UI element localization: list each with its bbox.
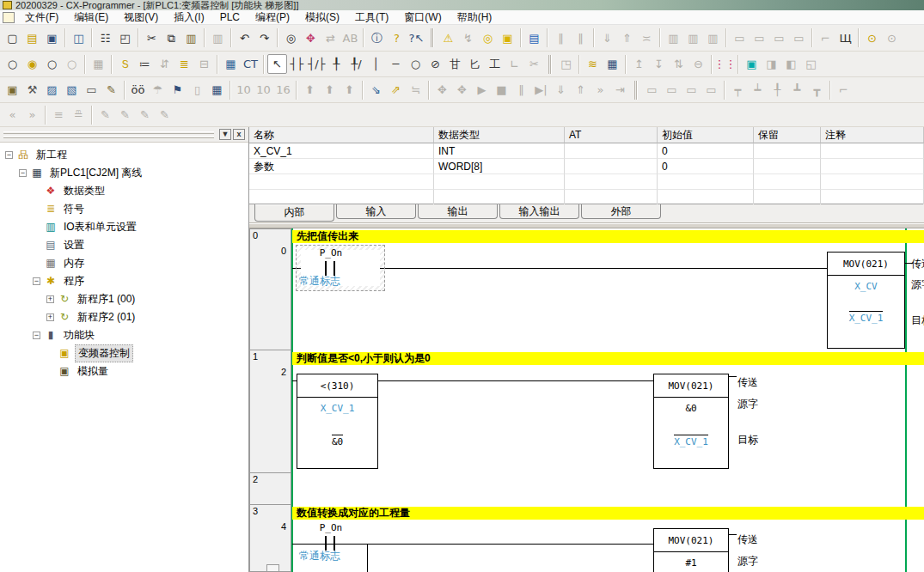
table-cell[interactable] [249, 174, 434, 190]
menu-9[interactable]: 窗口(W) [396, 11, 449, 23]
time-chart-monitor-button[interactable]: Щ [835, 28, 855, 48]
tree-item-label[interactable]: 变频器控制 [75, 344, 133, 362]
table-cell[interactable]: WORD[8] [434, 159, 565, 174]
rung1-mov-block[interactable]: MOV(021) &0 X_CV_1 [653, 374, 729, 469]
table-cell[interactable] [754, 159, 821, 174]
column-header-4[interactable]: 初始值 [658, 127, 754, 143]
table-cell[interactable] [821, 159, 924, 174]
menu-7[interactable]: 模拟(S) [297, 11, 347, 23]
instruction-box-button[interactable]: 甘 [445, 54, 465, 74]
tree-item-label[interactable]: 设置 [61, 237, 87, 253]
zoom-tool-button[interactable]: ○ [3, 54, 22, 74]
table-row[interactable]: X_CV_1INT0 [249, 143, 924, 159]
table-cell[interactable] [821, 143, 924, 159]
rung0-comment[interactable]: 先把值传出来 [292, 230, 924, 243]
find-settings-button[interactable]: ✥ [301, 28, 321, 48]
table-row[interactable] [249, 174, 924, 190]
collapse-icon[interactable]: − [5, 151, 13, 159]
table-cell[interactable]: INT [434, 143, 565, 159]
rung3-mov-operand1[interactable]: #1 [654, 557, 728, 569]
tree-item-function-blocks[interactable]: −▮功能块 [0, 326, 248, 344]
rung0-contact-symbol[interactable]: 常通标志 [299, 274, 340, 289]
horizontal-line-button[interactable]: ─ [386, 54, 406, 74]
rung0-margin[interactable]: 0 0 [249, 228, 291, 350]
rung3-contact-label[interactable]: P_On [299, 522, 363, 533]
table-cell[interactable] [565, 143, 658, 159]
tree-item-symbols[interactable]: ≣符号 [0, 200, 248, 218]
collapse-icon[interactable]: − [33, 277, 40, 285]
coil-button[interactable]: ○ [406, 54, 425, 74]
rung0-contact-label[interactable]: P_On [299, 247, 363, 259]
tree-item-label[interactable]: 程序 [61, 273, 87, 289]
tree-item-memory[interactable]: ▦内存 [0, 254, 248, 272]
hscroll-fragment[interactable] [266, 564, 279, 572]
table-cell[interactable] [754, 190, 821, 205]
ladder-editor[interactable]: 0 0 1 2 2 3 4 先把值传出来 P_On [249, 228, 924, 572]
column-header-2[interactable]: 数据类型 [434, 127, 565, 143]
paste-button[interactable]: ▥ [181, 28, 201, 48]
window-output-button[interactable]: ⚒ [22, 80, 42, 100]
tree-item-label[interactable]: IO表和单元设置 [61, 219, 139, 235]
table-cell[interactable]: 0 [658, 143, 754, 159]
tab-内部[interactable]: 内部 [254, 204, 334, 222]
fb-invocation-button[interactable]: ⼔ [465, 54, 485, 74]
transfer-check-button[interactable]: ▣ [498, 28, 517, 48]
rung3-comment[interactable]: 数值转换成对应的工程量 [292, 507, 924, 520]
tab-输入输出[interactable]: 输入输出 [499, 204, 579, 219]
menu-8[interactable]: 工具(T) [347, 11, 396, 23]
title-bar[interactable]: 20200329 - CX-Programmer - [新PLC1:变频器控制 … [0, 0, 924, 10]
tree-item-settings[interactable]: ▤设置 [0, 236, 248, 254]
menu-3[interactable]: 视图(V) [116, 11, 166, 23]
table-cell[interactable] [658, 190, 754, 205]
tree-item-program[interactable]: +↻新程序1 (00) [0, 290, 248, 308]
print-setup-button[interactable]: ◫ [69, 28, 89, 48]
show-comment-list-button[interactable]: ≔ [135, 54, 155, 74]
tree-item-programs[interactable]: −✱程序 [0, 272, 248, 290]
table-cell[interactable] [565, 159, 658, 174]
tree-item-plc[interactable]: −▦新PLC1[CJ2M] 离线 [0, 164, 248, 182]
binary-view-button[interactable]: ▦ [207, 80, 227, 100]
save-button[interactable]: ▣ [42, 28, 62, 48]
help-button[interactable]: ? [387, 28, 407, 48]
window-watch-button[interactable]: ▨ [42, 80, 62, 100]
compile-all-button[interactable]: ▦ [603, 54, 622, 74]
rung2-margin[interactable]: 2 [249, 472, 291, 505]
menu-10[interactable]: 帮助(H) [450, 11, 500, 23]
tree-item-label[interactable]: 数据类型 [61, 183, 107, 199]
contact-nc-button[interactable]: ┤/├ [307, 54, 327, 74]
properties-info-button[interactable]: ⓘ [367, 28, 387, 48]
window-project-button[interactable]: ▣ [3, 80, 22, 100]
coil-closed-button[interactable]: ⊘ [425, 54, 445, 74]
window-cross-reference-button[interactable]: ▧ [62, 80, 82, 100]
rung1-compare-operand1[interactable]: X_CV_1 [297, 403, 377, 414]
expand-icon[interactable]: + [46, 295, 54, 303]
tree-item-label[interactable]: 符号 [61, 201, 87, 217]
rung0-mov-operand1[interactable]: X_CV [828, 281, 904, 292]
tree-item-label[interactable]: 内存 [61, 255, 87, 271]
table-cell[interactable] [821, 174, 924, 190]
table-cell[interactable] [434, 174, 565, 190]
force-on-button[interactable]: ⊙ [862, 28, 882, 48]
rung3-mov-block[interactable]: MOV(021) #1 [653, 528, 729, 572]
tab-输出[interactable]: 输出 [418, 204, 498, 219]
tree-item-fb-ladder[interactable]: ▣变频器控制 [0, 344, 248, 362]
fb-ladder-view-button[interactable]: ▣ [742, 54, 762, 74]
panel-menu-button[interactable]: ▼ [219, 129, 231, 140]
new-button[interactable]: ▢ [3, 28, 22, 48]
table-row[interactable] [249, 190, 924, 205]
compile-button[interactable]: ≋ [583, 54, 603, 74]
table-cell[interactable] [434, 190, 565, 205]
tab-外部[interactable]: 外部 [581, 204, 661, 219]
program-download-button[interactable]: ⇘ [366, 80, 386, 100]
comment-dialog-button[interactable]: ≣ [174, 54, 194, 74]
table-cell[interactable]: X_CV_1 [249, 143, 434, 159]
table-cell[interactable] [821, 190, 924, 205]
rung1-compare-block[interactable]: <(310) X_CV_1 &0 [297, 374, 378, 469]
menu-6[interactable]: 编程(P) [248, 11, 297, 23]
table-cell[interactable]: 0 [658, 159, 754, 174]
zoom-in-button[interactable]: ◉ [22, 54, 42, 74]
rung3-margin[interactable]: 3 4 [249, 504, 291, 572]
tree-item-io-table[interactable]: ▥IO表和单元设置 [0, 218, 248, 236]
compile-program-button[interactable]: ⚠ [438, 28, 458, 48]
menu-2[interactable]: 编辑(E) [66, 11, 116, 23]
